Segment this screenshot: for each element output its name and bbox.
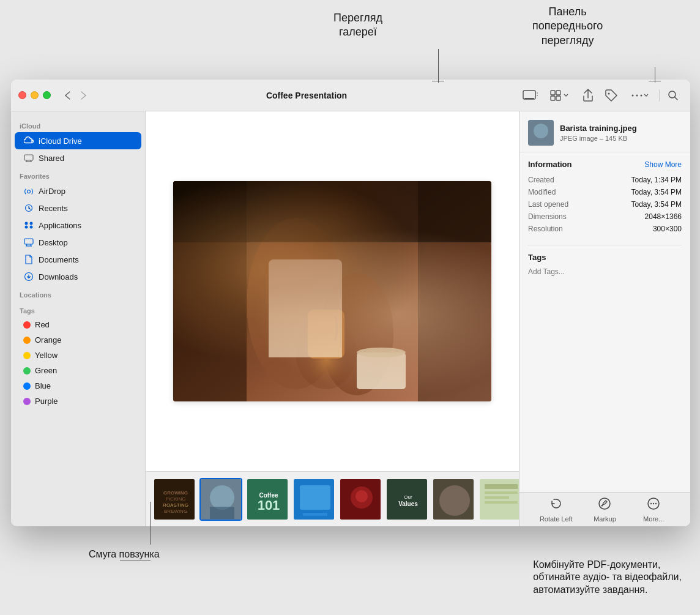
svg-point-6 [608, 92, 610, 94]
svg-rect-28 [173, 181, 491, 401]
svg-point-29 [247, 218, 344, 389]
airdrop-icon [23, 185, 34, 196]
forward-button[interactable] [76, 89, 90, 102]
svg-point-30 [320, 273, 393, 395]
svg-point-21 [30, 226, 33, 229]
nav-buttons [61, 89, 90, 102]
thumbnail-2[interactable] [199, 478, 242, 521]
created-label: Created [528, 176, 554, 184]
svg-point-19 [30, 222, 33, 225]
svg-rect-62 [485, 491, 518, 494]
sidebar-item-downloads[interactable]: Downloads [15, 268, 141, 285]
svg-rect-45 [210, 507, 234, 519]
sidebar-item-icloud-drive[interactable]: iCloud Drive [15, 132, 141, 149]
content-area: iCloud iCloud Drive [11, 111, 690, 526]
sidebar-item-purple[interactable]: Purple [15, 393, 141, 409]
sidebar: iCloud iCloud Drive [11, 111, 146, 526]
svg-point-34 [357, 348, 406, 357]
red-tag-label: Red [35, 320, 50, 329]
thumbnail-3[interactable]: Coffee 101 [246, 478, 289, 521]
show-more-button[interactable]: Show More [644, 160, 682, 169]
rotate-left-button[interactable]: Rotate Left [538, 497, 575, 523]
sidebar-item-blue[interactable]: Blue [15, 378, 141, 393]
sidebar-item-yellow[interactable]: Yellow [15, 348, 141, 363]
svg-point-59 [439, 485, 470, 516]
purple-tag-dot [23, 398, 31, 405]
applications-icon [23, 220, 34, 231]
thumbnail-4[interactable] [292, 478, 335, 521]
gallery-image [173, 181, 491, 401]
sidebar-item-desktop[interactable]: Desktop [15, 234, 141, 251]
favorites-section-header: Favorites [11, 166, 145, 182]
shared-label: Shared [39, 154, 64, 163]
sidebar-item-green[interactable]: Green [15, 363, 141, 378]
window-title: Coffee Presentation [97, 91, 516, 100]
svg-rect-22 [24, 239, 33, 244]
svg-point-31 [296, 316, 357, 389]
svg-rect-61 [485, 484, 518, 489]
svg-rect-33 [357, 352, 406, 389]
modified-row: Modified Today, 3:54 PM [528, 186, 682, 198]
preview-filetype: JPEG image – 145 KB [560, 135, 682, 142]
thumbnail-6[interactable]: Our Values [385, 478, 428, 521]
svg-point-70 [653, 502, 654, 504]
green-tag-dot [23, 367, 31, 375]
markup-button[interactable]: Markup [586, 497, 623, 523]
maximize-button[interactable] [43, 91, 51, 99]
back-button[interactable] [61, 89, 74, 102]
sidebar-item-shared[interactable]: Shared [15, 149, 141, 166]
thumbnail-1[interactable]: GROWING PICKING ROASTING BREWING [153, 478, 196, 521]
svg-point-18 [25, 222, 28, 225]
sidebar-item-documents[interactable]: Documents [15, 251, 141, 268]
more-tools-annotation: Комбінуйте PDF-документи, обтинайте ауді… [533, 559, 682, 597]
downloads-icon [23, 271, 34, 282]
thumbnail-8[interactable] [478, 478, 519, 521]
svg-point-9 [641, 94, 642, 96]
svg-point-67 [599, 498, 610, 509]
grid-view-button[interactable] [544, 87, 575, 104]
more-action-button[interactable]: More... [635, 497, 672, 523]
markup-icon [598, 497, 611, 513]
preview-panel: Barista training.jpeg JPEG image – 145 K… [519, 111, 690, 526]
sidebar-item-airdrop[interactable]: AirDrop [15, 182, 141, 199]
add-tags-input[interactable] [528, 267, 620, 276]
more-action-label: More... [643, 515, 664, 523]
action-bar: Rotate Left Markup [519, 492, 690, 526]
applications-label: Applications [39, 221, 81, 230]
more-action-icon [647, 497, 660, 513]
dimensions-row: Dimensions 2048×1366 [528, 211, 682, 223]
svg-rect-5 [556, 96, 560, 100]
preview-info-header: Information Show More [528, 160, 682, 169]
downloads-label: Downloads [39, 272, 78, 281]
minimize-button[interactable] [31, 91, 39, 99]
icloud-section-header: iCloud [11, 116, 145, 132]
rotate-left-label: Rotate Left [540, 515, 573, 523]
recents-icon [23, 203, 34, 214]
recents-label: Recents [39, 204, 68, 213]
svg-rect-27 [173, 181, 491, 401]
tag-button[interactable] [601, 87, 621, 104]
sidebar-item-red[interactable]: Red [15, 317, 141, 332]
share-button[interactable] [578, 87, 598, 104]
sidebar-item-recents[interactable]: Recents [15, 199, 141, 217]
search-button[interactable] [663, 87, 683, 104]
view-toggle-button[interactable] [521, 87, 540, 104]
close-button[interactable] [18, 91, 26, 99]
preview-file-info: Barista training.jpeg JPEG image – 145 K… [560, 124, 682, 143]
last-opened-row: Last opened Today, 3:54 PM [528, 198, 682, 211]
finder-window: Coffee Presentation [11, 80, 690, 526]
svg-text:Values: Values [398, 501, 418, 507]
resolution-label: Resolution [528, 225, 563, 233]
thumbnail-7[interactable] [432, 478, 475, 521]
svg-rect-36 [418, 181, 491, 401]
more-button[interactable] [625, 87, 655, 104]
sidebar-item-orange[interactable]: Orange [15, 332, 141, 348]
sidebar-item-applications[interactable]: Applications [15, 217, 141, 234]
resolution-row: Resolution 300×300 [528, 223, 682, 235]
svg-point-69 [650, 502, 652, 504]
purple-tag-label: Purple [35, 397, 58, 406]
thumbnail-5[interactable] [339, 478, 382, 521]
gallery-area[interactable] [146, 111, 519, 471]
modified-label: Modified [528, 188, 556, 196]
svg-point-16 [28, 190, 31, 193]
